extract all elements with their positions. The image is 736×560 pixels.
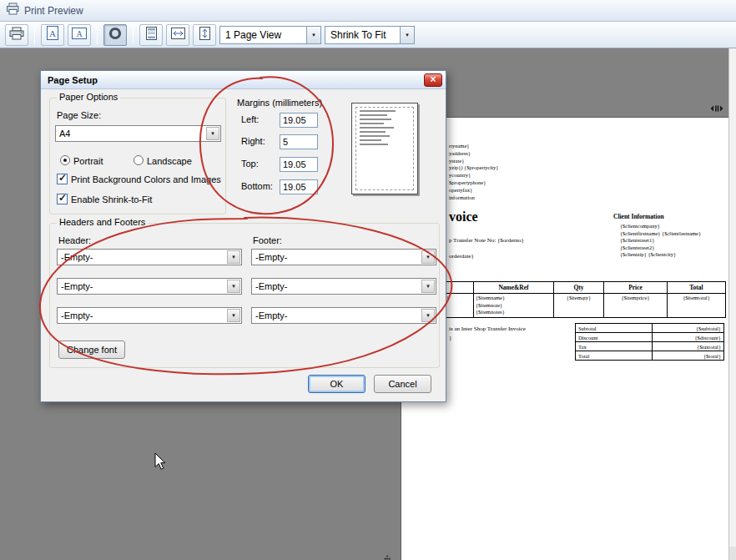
page-setup-button[interactable] xyxy=(103,24,127,46)
landscape-button[interactable]: A xyxy=(68,24,91,46)
totals-row: Total {$total} xyxy=(576,351,724,361)
invoice-note-line: } xyxy=(449,334,526,343)
page-size-label: Page Size: xyxy=(57,110,101,120)
chevron-down-icon[interactable]: ▼ xyxy=(400,27,414,43)
thumbnail-margin-guide xyxy=(355,107,414,190)
chevron-down-icon[interactable]: ▼ xyxy=(227,309,240,322)
margin-bottom-input[interactable] xyxy=(280,179,318,194)
property-line: information xyxy=(449,194,498,202)
print-background-label: Print Background Colors and Images xyxy=(71,174,221,184)
print-background-checkbox[interactable]: ✓ xyxy=(57,174,68,184)
margin-left-input[interactable] xyxy=(280,113,318,128)
enable-shrink-label: Enable Shrink-to-Fit xyxy=(71,194,152,204)
landscape-radio-label: Landscape xyxy=(147,156,192,166)
totals-value: {$total} xyxy=(653,351,724,361)
client-line: {$clientcompany} xyxy=(620,223,701,230)
landscape-page-icon: A xyxy=(72,28,87,43)
footer-dropdown-1[interactable]: -Empty- ▼ xyxy=(251,249,436,265)
toggle-headers-footers-button[interactable] xyxy=(139,24,163,46)
change-font-label: Change font xyxy=(67,345,117,355)
chevron-down-icon[interactable]: ▼ xyxy=(206,127,219,140)
item-total-cell: {$itemtotal} xyxy=(668,294,726,318)
margin-top-label: Top: xyxy=(241,159,259,169)
portrait-radio[interactable] xyxy=(60,155,70,165)
page-view-dropdown[interactable]: 1 Page View ▼ xyxy=(219,26,321,44)
property-line: rtyname} xyxy=(449,143,498,150)
items-header-price: Price xyxy=(604,282,668,294)
landscape-radio[interactable] xyxy=(134,155,144,165)
enable-shrink-checkbox[interactable]: ✓ xyxy=(57,194,68,204)
close-button[interactable]: × xyxy=(424,73,442,87)
chevron-down-icon[interactable]: ▼ xyxy=(421,309,435,322)
ok-button[interactable]: OK xyxy=(308,375,365,393)
splitter-handle-right[interactable] xyxy=(710,101,723,116)
header-dropdown-2[interactable]: -Empty- ▼ xyxy=(57,278,242,295)
chevron-down-icon[interactable]: ▼ xyxy=(421,280,435,293)
pan-move-handle[interactable]: ↔ ↕ xyxy=(380,550,395,560)
headers-footers-icon xyxy=(146,27,157,43)
chevron-down-icon[interactable]: ▼ xyxy=(227,250,240,264)
print-preview-icon xyxy=(6,3,19,18)
totals-row: Discount {$discount} xyxy=(576,333,724,342)
dialog-title: Page Setup xyxy=(48,75,98,85)
change-font-button[interactable]: Change font xyxy=(58,341,125,359)
scrollbar-corner xyxy=(729,547,736,560)
chevron-down-icon[interactable]: ▼ xyxy=(306,27,320,43)
view-full-width-button[interactable] xyxy=(166,24,189,46)
page-setup-icon xyxy=(108,27,122,43)
header-dropdown-3[interactable]: -Empty- ▼ xyxy=(57,307,242,324)
header-dropdown-2-value: -Empty- xyxy=(61,281,93,291)
margins-heading: Margins (millimeters) xyxy=(237,98,322,108)
svg-text:A: A xyxy=(76,29,83,38)
margin-left-label: Left: xyxy=(241,114,259,124)
toolbar-separator xyxy=(133,26,134,44)
page-preview-thumbnail xyxy=(351,103,418,194)
margin-right-input[interactable] xyxy=(280,134,318,149)
full-page-icon xyxy=(199,27,210,43)
property-line: ystate} xyxy=(449,158,498,165)
items-header-qty: Qty xyxy=(554,282,604,294)
invoice-title: voice xyxy=(449,209,478,225)
toolbar-separator xyxy=(97,26,98,44)
footer-dropdown-2[interactable]: -Empty- ▼ xyxy=(251,278,436,295)
property-address-block: rtyname} yaddress} ystate} yzip}) {$prop… xyxy=(449,143,498,201)
client-line: {$clientstreet2} xyxy=(620,245,701,252)
client-information-block: {$clientcompany} {$clientfirstname} {$cl… xyxy=(620,223,701,259)
footer-dropdown-2-value: -Empty- xyxy=(255,281,288,291)
page-setup-dialog: Page Setup × Paper Options Page Size: A4… xyxy=(40,70,446,402)
paper-options-group: Paper Options Page Size: A4 ▼ Portrait L… xyxy=(49,98,226,214)
svg-text:A: A xyxy=(49,28,56,38)
totals-label: Tax xyxy=(576,342,653,351)
page-view-value: 1 Page View xyxy=(225,29,281,41)
header-dropdown-1[interactable]: -Empty- ▼ xyxy=(57,249,242,265)
chevron-down-icon[interactable]: ▼ xyxy=(227,280,240,293)
full-width-icon xyxy=(171,28,185,43)
item-name-line: {$itemname} xyxy=(476,295,552,302)
client-information-heading: Client Information xyxy=(613,213,664,220)
vertical-scrollbar[interactable] xyxy=(728,48,736,560)
totals-label: Subtotal xyxy=(576,324,653,333)
margin-top-input[interactable] xyxy=(280,157,318,172)
property-line: yzip}) {$propertycity} xyxy=(449,164,498,172)
client-line: {$clientzip} {$clientcity} xyxy=(620,251,701,259)
page-size-dropdown[interactable]: A4 ▼ xyxy=(55,125,221,142)
item-price-cell: {$itemprice} xyxy=(604,294,668,318)
header-dropdown-3-value: -Empty- xyxy=(61,310,93,320)
footer-label: Footer: xyxy=(253,235,282,245)
ok-label: OK xyxy=(330,379,344,389)
dialog-titlebar[interactable]: Page Setup xyxy=(41,71,446,89)
invoice-note-block: is an Inter Shop Transfer Invoice } xyxy=(449,325,526,343)
cancel-button[interactable]: Cancel xyxy=(374,375,431,393)
property-line: yaddress} xyxy=(449,150,498,158)
totals-row: Subtotal {$subtotal} xyxy=(576,324,724,333)
footer-dropdown-3[interactable]: -Empty- ▼ xyxy=(251,307,436,324)
chevron-down-icon[interactable]: ▼ xyxy=(421,250,435,264)
invoice-totals-table: Subtotal {$subtotal} Discount {$discount… xyxy=(575,323,724,361)
header-label: Header: xyxy=(58,235,91,245)
view-full-page-button[interactable] xyxy=(193,24,216,46)
print-button[interactable] xyxy=(5,24,28,46)
invoice-items-table: rial Name&Ref Qty Price Total $itemo} {$… xyxy=(406,281,726,318)
shrink-to-fit-dropdown[interactable]: Shrink To Fit ▼ xyxy=(325,26,415,44)
portrait-button[interactable]: A xyxy=(41,24,64,46)
window-title: Print Preview xyxy=(24,5,83,17)
